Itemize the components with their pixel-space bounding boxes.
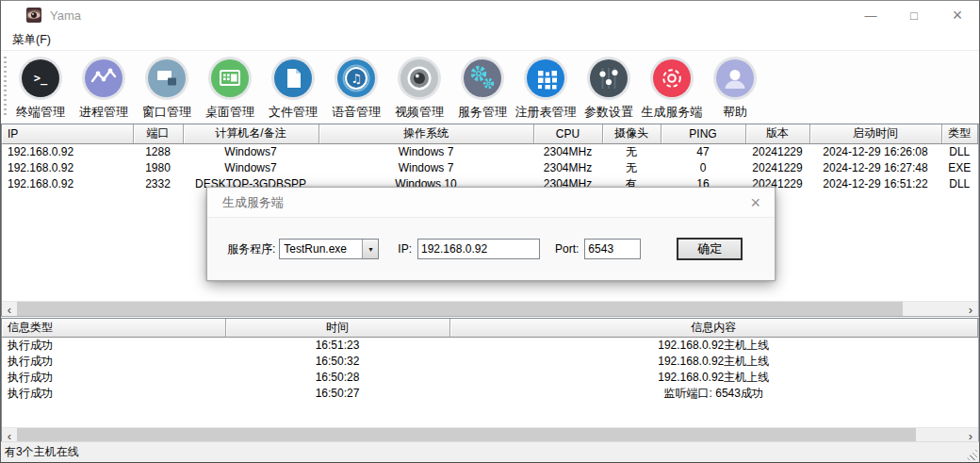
col-os[interactable]: 操作系统 — [318, 124, 533, 143]
col-start-time[interactable]: 启动时间 — [809, 124, 941, 143]
toolbar-label: 注册表管理 — [515, 104, 577, 121]
col-ping[interactable]: PING — [661, 124, 745, 143]
activity-icon — [85, 59, 122, 97]
cell-port: 1288 — [133, 143, 183, 160]
col-time[interactable]: 时间 — [225, 319, 449, 337]
log-row[interactable]: 执行成功 16:50:28 192.168.0.92主机上线 — [2, 370, 978, 386]
scroll-right-icon[interactable]: › — [963, 302, 978, 317]
cell-type: DLL — [941, 176, 978, 192]
status-bar: 有3个主机在线 — [1, 441, 979, 462]
cell-cpu: 2304MHz — [533, 160, 602, 176]
sliders-icon — [590, 59, 628, 97]
toolbar-button-audio[interactable]: ♫ 语音管理 — [325, 59, 387, 124]
toolbar-label: 语音管理 — [332, 104, 381, 121]
registry-blocks-icon — [527, 59, 564, 97]
toolbar: >_ 终端管理 进程管理 窗口管理 — [1, 50, 979, 124]
toolbar-button-desktop[interactable]: 桌面管理 — [199, 59, 261, 124]
dialog-title-bar: 生成服务端 × — [207, 188, 775, 218]
close-button[interactable]: × — [936, 1, 979, 29]
cell-version: 20241229 — [745, 160, 809, 176]
toolbar-button-process[interactable]: 进程管理 — [73, 59, 135, 124]
col-info-type[interactable]: 信息类型 — [2, 319, 225, 337]
title-bar: Yama — □ × — [1, 1, 979, 29]
scroll-left-icon[interactable]: ‹ — [2, 302, 17, 317]
col-computer-name[interactable]: 计算机名/备注 — [183, 124, 318, 143]
cell-info-content: 监听端口: 6543成功 — [449, 386, 978, 402]
toolbar-button-video[interactable]: 视频管理 — [388, 59, 450, 124]
cell-computer-name: Windows7 — [183, 160, 318, 176]
toolbar-gripper[interactable] — [4, 57, 7, 116]
target-icon — [653, 59, 691, 97]
resize-grip-icon[interactable] — [965, 448, 977, 460]
minimize-button[interactable]: — — [849, 1, 892, 29]
host-row[interactable]: 192.168.0.92 1288 Windows7 Windows 7 230… — [2, 143, 978, 160]
toolbar-button-files[interactable]: 文件管理 — [262, 59, 324, 124]
col-ip[interactable]: IP — [2, 124, 133, 143]
cell-time: 16:50:27 — [225, 386, 449, 402]
menu-bar: 菜单(F) — [1, 29, 979, 50]
chevron-down-icon[interactable]: ▼ — [362, 240, 378, 258]
cell-ping: 0 — [661, 160, 745, 176]
cell-version: 20241229 — [745, 143, 809, 160]
window-icon — [148, 59, 186, 97]
host-row[interactable]: 192.168.0.92 1980 Windows7 Windows 7 230… — [2, 160, 978, 176]
cell-time: 16:50:28 — [225, 370, 449, 386]
dialog-title: 生成服务端 — [222, 194, 284, 211]
toolbar-button-terminal[interactable]: >_ 终端管理 — [9, 59, 72, 124]
app-window: Yama — □ × 菜单(F) >_ 终端管理 进程管理 — [0, 0, 980, 463]
log-header-row: 信息类型 时间 信息内容 — [2, 319, 978, 337]
music-icon: ♫ — [337, 59, 375, 97]
window-title: Yama — [50, 8, 81, 23]
user-icon — [716, 59, 754, 97]
port-field[interactable] — [584, 239, 641, 259]
cell-time: 16:50:32 — [225, 354, 449, 370]
cell-info-type: 执行成功 — [2, 370, 225, 386]
dialog-close-icon[interactable]: × — [750, 194, 760, 211]
log-row[interactable]: 执行成功 16:50:32 192.168.0.92主机上线 — [2, 354, 978, 370]
toolbar-button-generate-server[interactable]: 生成服务端 — [641, 59, 703, 124]
toolbar-label: 进程管理 — [79, 104, 128, 121]
ok-button[interactable]: 确定 — [677, 238, 743, 260]
col-cpu[interactable]: CPU — [533, 124, 602, 143]
toolbar-label: 服务管理 — [458, 104, 507, 121]
port-label: Port: — [555, 242, 579, 256]
col-info-content[interactable]: 信息内容 — [449, 319, 978, 337]
window-controls: — □ × — [849, 1, 979, 29]
log-horizontal-scrollbar[interactable]: ‹ › — [2, 427, 978, 442]
cell-info-type: 执行成功 — [2, 337, 225, 354]
toolbar-button-settings[interactable]: 参数设置 — [578, 59, 640, 124]
log-row[interactable]: 执行成功 16:51:23 192.168.0.92主机上线 — [2, 337, 978, 354]
scrollbar-thumb[interactable] — [17, 428, 916, 442]
program-select[interactable]: TestRun.exe ▼ — [279, 239, 379, 259]
toolbar-label: 视频管理 — [395, 104, 444, 121]
col-type[interactable]: 类型 — [941, 124, 978, 143]
generate-server-dialog: 生成服务端 × 服务程序: TestRun.exe ▼ IP: Port: 确定 — [206, 187, 776, 281]
log-row[interactable]: 执行成功 16:50:27 监听端口: 6543成功 — [2, 386, 978, 402]
toolbar-button-window[interactable]: 窗口管理 — [136, 59, 198, 124]
toolbar-button-services[interactable]: 服务管理 — [451, 59, 514, 124]
log-pane: 信息类型 时间 信息内容 执行成功 16:51:23 192.168.0.92主… — [1, 318, 979, 443]
menu-item-menu[interactable]: 菜单(F) — [8, 30, 55, 50]
toolbar-label: 文件管理 — [269, 104, 318, 121]
toolbar-button-help[interactable]: 帮助 — [704, 59, 766, 124]
col-port[interactable]: 端口 — [133, 124, 183, 143]
cell-cpu: 2304MHz — [533, 143, 602, 160]
col-version[interactable]: 版本 — [745, 124, 809, 143]
cell-info-type: 执行成功 — [2, 386, 225, 402]
hosts-horizontal-scrollbar[interactable]: ‹ › — [2, 301, 978, 316]
ip-label: IP: — [398, 242, 412, 256]
cell-camera: 无 — [602, 160, 661, 176]
status-text: 有3个主机在线 — [5, 444, 79, 460]
scrollbar-thumb[interactable] — [17, 302, 903, 316]
ip-field[interactable] — [417, 239, 540, 259]
svg-text:>_: >_ — [34, 72, 48, 86]
cell-start-time: 2024-12-29 16:27:48 — [809, 160, 941, 176]
program-select-value: TestRun.exe — [280, 240, 362, 258]
maximize-button[interactable]: □ — [892, 1, 936, 29]
toolbar-button-registry[interactable]: 注册表管理 — [514, 59, 577, 124]
cell-start-time: 2024-12-29 16:51:22 — [809, 176, 941, 192]
col-camera[interactable]: 摄像头 — [602, 124, 661, 143]
cell-info-content: 192.168.0.92主机上线 — [449, 370, 978, 386]
cell-type: DLL — [941, 143, 978, 160]
svg-text:♫: ♫ — [351, 72, 362, 86]
